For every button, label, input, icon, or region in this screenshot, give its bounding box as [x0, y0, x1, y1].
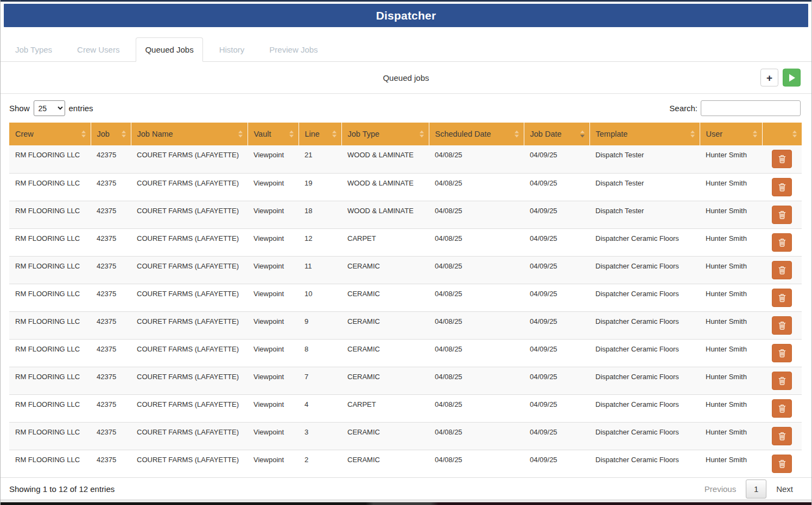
- entries-summary: Showing 1 to 12 of 12 entries: [9, 484, 115, 494]
- column-header-actions[interactable]: [762, 123, 802, 145]
- cell-crew: RM FLOORING LLC: [9, 450, 91, 477]
- add-job-button[interactable]: +: [760, 69, 778, 87]
- cell-crew: RM FLOORING LLC: [9, 311, 91, 339]
- cell-line: 3: [299, 422, 341, 450]
- column-header-template[interactable]: Template: [589, 123, 700, 145]
- column-header-job_name[interactable]: Job Name: [131, 123, 248, 145]
- delete-row-button[interactable]: [772, 261, 792, 279]
- column-header-job_type[interactable]: Job Type: [341, 123, 429, 145]
- table-row: RM FLOORING LLC42375COURET FARMS (LAFAYE…: [9, 367, 802, 394]
- cell-job_name: COURET FARMS (LAFAYETTE): [131, 422, 248, 450]
- table-row: RM FLOORING LLC42375COURET FARMS (LAFAYE…: [9, 450, 802, 477]
- delete-row-button[interactable]: [772, 427, 792, 445]
- cell-scheduled_date: 04/08/25: [429, 228, 524, 256]
- cell-crew: RM FLOORING LLC: [9, 145, 91, 173]
- trash-icon: [778, 238, 786, 247]
- cell-job_name: COURET FARMS (LAFAYETTE): [131, 339, 248, 367]
- plus-icon: +: [766, 73, 772, 83]
- column-label: Vault: [254, 130, 271, 138]
- sort-arrows-icon: [332, 131, 337, 138]
- tab-job-types[interactable]: Job Types: [7, 38, 61, 61]
- delete-row-button[interactable]: [772, 150, 792, 168]
- cell-scheduled_date: 04/08/25: [429, 311, 524, 339]
- cell-template: Dispatcher Ceramic Floors: [589, 394, 700, 422]
- app-title: Dispatcher: [376, 9, 436, 22]
- cell-job_date: 04/09/25: [524, 311, 589, 339]
- cell-job_type: CARPET: [341, 228, 429, 256]
- cell-user: Hunter Smith: [700, 173, 762, 201]
- pagination-next-button[interactable]: Next: [769, 481, 801, 497]
- search-control: Search:: [669, 100, 801, 116]
- cell-template: Dispatch Tester: [589, 173, 700, 201]
- cell-vault: Viewpoint: [248, 228, 299, 256]
- cell-job: 42375: [91, 173, 131, 201]
- column-header-crew[interactable]: Crew: [9, 123, 91, 145]
- tab-history[interactable]: History: [211, 38, 253, 61]
- delete-row-button[interactable]: [772, 344, 792, 362]
- tab-queued-jobs[interactable]: Queued Jobs: [136, 37, 202, 62]
- column-header-user[interactable]: User: [700, 123, 762, 145]
- cell-job_type: CARPET: [341, 394, 429, 422]
- cell-job: 42375: [91, 311, 131, 339]
- trash-icon: [778, 321, 786, 330]
- cell-actions: [762, 367, 802, 394]
- cell-job_date: 04/09/25: [524, 201, 589, 228]
- delete-row-button[interactable]: [772, 316, 792, 335]
- delete-row-button[interactable]: [772, 372, 792, 390]
- cell-job_name: COURET FARMS (LAFAYETTE): [131, 145, 248, 173]
- cell-user: Hunter Smith: [700, 201, 762, 228]
- cell-job_type: CERAMIC: [341, 339, 429, 367]
- search-input[interactable]: [701, 100, 801, 116]
- cell-job: 42375: [91, 339, 131, 367]
- cell-vault: Viewpoint: [248, 256, 299, 284]
- taskbar-edge: [1, 502, 811, 505]
- cell-job_name: COURET FARMS (LAFAYETTE): [131, 256, 248, 284]
- delete-row-button[interactable]: [772, 289, 792, 307]
- run-jobs-button[interactable]: [783, 69, 801, 87]
- cell-scheduled_date: 04/08/25: [429, 394, 524, 422]
- column-header-vault[interactable]: Vault: [248, 123, 299, 145]
- column-header-job_date[interactable]: Job Date: [524, 123, 589, 145]
- cell-line: 21: [299, 145, 341, 173]
- trash-icon: [778, 459, 786, 468]
- pagination-page-1-button[interactable]: 1: [746, 480, 766, 498]
- cell-template: Dispatcher Ceramic Floors: [589, 284, 700, 311]
- table-row: RM FLOORING LLC42375COURET FARMS (LAFAYE…: [9, 422, 802, 450]
- cell-line: 11: [299, 256, 341, 284]
- pagination-previous-button[interactable]: Previous: [697, 481, 744, 497]
- tab-preview-jobs[interactable]: Preview Jobs: [261, 38, 326, 61]
- delete-row-button[interactable]: [772, 399, 792, 418]
- cell-crew: RM FLOORING LLC: [9, 339, 91, 367]
- cell-job_name: COURET FARMS (LAFAYETTE): [131, 394, 248, 422]
- cell-vault: Viewpoint: [248, 394, 299, 422]
- cell-line: 8: [299, 339, 341, 367]
- cell-template: Dispatcher Ceramic Floors: [589, 450, 700, 477]
- delete-row-button[interactable]: [772, 455, 792, 473]
- cell-user: Hunter Smith: [700, 145, 762, 173]
- cell-job_type: WOOD & LAMINATE: [341, 145, 429, 173]
- cell-actions: [762, 173, 802, 201]
- cell-actions: [762, 450, 802, 477]
- cell-actions: [762, 394, 802, 422]
- delete-row-button[interactable]: [772, 178, 792, 196]
- cell-job_type: CERAMIC: [341, 256, 429, 284]
- column-header-job[interactable]: Job: [91, 123, 131, 145]
- column-header-line[interactable]: Line: [299, 123, 341, 145]
- cell-user: Hunter Smith: [700, 394, 762, 422]
- delete-row-button[interactable]: [772, 206, 792, 224]
- cell-template: Dispatcher Ceramic Floors: [589, 256, 700, 284]
- page-size-select[interactable]: 25: [34, 100, 65, 116]
- cell-crew: RM FLOORING LLC: [9, 256, 91, 284]
- cell-actions: [762, 228, 802, 256]
- cell-job: 42375: [91, 422, 131, 450]
- cell-job_type: CERAMIC: [341, 422, 429, 450]
- search-label: Search:: [669, 104, 697, 113]
- cell-actions: [762, 256, 802, 284]
- cell-user: Hunter Smith: [700, 256, 762, 284]
- column-header-scheduled_date[interactable]: Scheduled Date: [429, 123, 524, 145]
- cell-scheduled_date: 04/08/25: [429, 422, 524, 450]
- cell-scheduled_date: 04/08/25: [429, 256, 524, 284]
- tab-crew-users[interactable]: Crew Users: [68, 38, 128, 61]
- delete-row-button[interactable]: [772, 233, 792, 252]
- trash-icon: [778, 349, 786, 357]
